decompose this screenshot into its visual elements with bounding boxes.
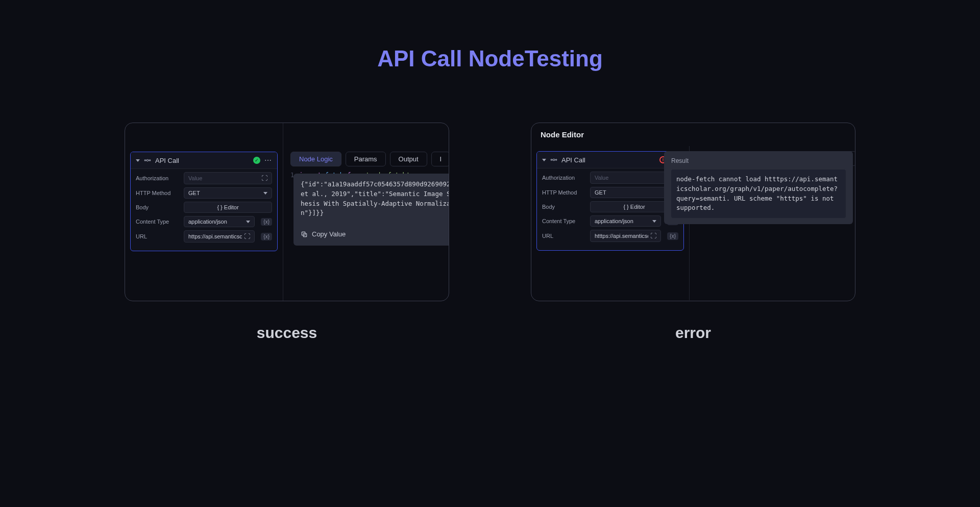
http-method-label: HTTP Method bbox=[542, 189, 586, 196]
content-type-label: Content Type bbox=[136, 219, 180, 225]
svg-point-8 bbox=[551, 159, 552, 160]
node-card-header[interactable]: API Call ! ⋯ bbox=[537, 152, 683, 168]
svg-point-7 bbox=[553, 159, 555, 161]
expand-icon[interactable]: ⛶ bbox=[244, 233, 250, 240]
success-panel: API Call ✓ ⋯ Authorization Value ⛶ bbox=[125, 123, 449, 301]
node-type-icon bbox=[550, 156, 557, 163]
svg-point-9 bbox=[556, 159, 557, 160]
body-editor-button[interactable]: { } Editor bbox=[184, 202, 272, 213]
authorization-input[interactable]: Value ⛶ bbox=[184, 172, 272, 184]
chevron-down-icon bbox=[246, 221, 250, 223]
body-label: Body bbox=[542, 204, 586, 210]
http-method-select[interactable]: GET bbox=[184, 187, 272, 199]
tab-params[interactable]: Params bbox=[346, 152, 386, 166]
api-call-node-card[interactable]: API Call ✓ ⋯ Authorization Value ⛶ bbox=[130, 152, 278, 251]
chevron-down-icon bbox=[263, 192, 267, 195]
result-label: Result bbox=[671, 156, 846, 165]
svg-point-0 bbox=[146, 159, 149, 161]
url-input[interactable]: htttps://api.semanticsch ⛶ bbox=[590, 230, 661, 242]
url-input[interactable]: https://api.semanticsch ⛶ bbox=[184, 230, 255, 243]
error-panel: Node Editor API Call ! ⋯ bbox=[531, 123, 855, 301]
page-title: API Call NodeTesting bbox=[0, 46, 980, 71]
tab-node-logic[interactable]: Node Logic bbox=[290, 152, 341, 166]
tab-more[interactable]: I bbox=[431, 152, 449, 166]
authorization-label: Authorization bbox=[542, 175, 586, 181]
variable-chip[interactable]: {x} bbox=[667, 232, 678, 240]
panel-header: Node Editor bbox=[531, 123, 855, 146]
copy-value-button[interactable]: Copy Value bbox=[301, 224, 449, 239]
node-card-header[interactable]: API Call ✓ ⋯ bbox=[131, 152, 277, 169]
node-title: API Call bbox=[155, 157, 249, 164]
url-label: URL bbox=[542, 233, 586, 239]
api-call-node-card[interactable]: API Call ! ⋯ Authorization Value ⛶ bbox=[536, 151, 684, 251]
more-menu-icon[interactable]: ⋯ bbox=[264, 156, 272, 164]
body-label: Body bbox=[136, 204, 180, 210]
error-text: node-fetch cannot load htttps://api.sema… bbox=[671, 170, 846, 218]
expand-icon[interactable]: ⛶ bbox=[650, 232, 656, 239]
result-text: {"id":"a1a19aaddf57c0546357d890d9269092b… bbox=[301, 180, 449, 218]
collapse-caret-icon[interactable] bbox=[136, 159, 140, 162]
collapse-caret-icon[interactable] bbox=[542, 159, 546, 161]
error-caption: error bbox=[675, 324, 711, 342]
copy-icon bbox=[301, 231, 308, 238]
node-title: API Call bbox=[561, 156, 655, 164]
chevron-down-icon bbox=[652, 220, 656, 223]
svg-point-2 bbox=[150, 160, 151, 161]
content-type-label: Content Type bbox=[542, 218, 586, 224]
variable-chip[interactable]: {x} bbox=[261, 233, 272, 240]
node-pane: API Call ✓ ⋯ Authorization Value ⛶ bbox=[125, 123, 283, 301]
editor-tabs: Node Logic Params Output I bbox=[290, 152, 449, 166]
http-method-label: HTTP Method bbox=[136, 190, 180, 196]
node-type-icon bbox=[144, 157, 151, 164]
status-success-icon: ✓ bbox=[253, 157, 260, 164]
success-caption: success bbox=[257, 324, 317, 342]
authorization-label: Authorization bbox=[136, 175, 180, 181]
content-type-select[interactable]: application/json bbox=[590, 215, 661, 227]
svg-point-1 bbox=[144, 160, 145, 161]
result-popover: {"id":"a1a19aaddf57c0546357d890d9269092b… bbox=[293, 174, 449, 246]
result-popover: Result node-fetch cannot load htttps://a… bbox=[664, 151, 853, 224]
url-label: URL bbox=[136, 233, 180, 239]
variable-chip[interactable]: {x} bbox=[261, 218, 272, 226]
tab-output[interactable]: Output bbox=[390, 152, 427, 166]
content-type-select[interactable]: application/json bbox=[184, 216, 255, 227]
expand-icon[interactable]: ⛶ bbox=[261, 175, 267, 182]
